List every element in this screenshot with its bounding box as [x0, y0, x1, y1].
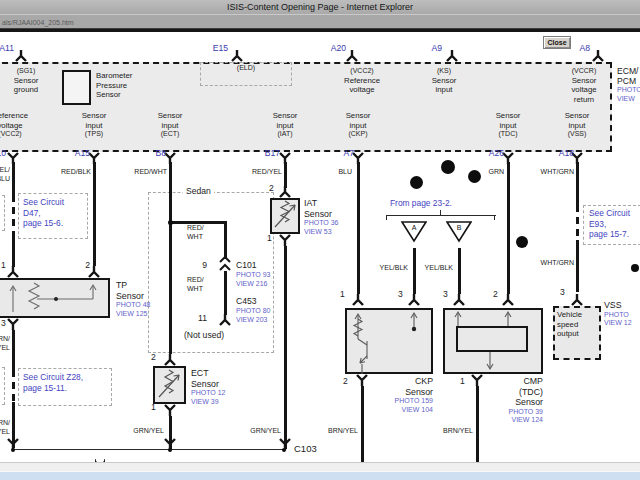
label-pin-a15-line-0[interactable]: A15 [64, 148, 90, 158]
label-c453-photo-line-0[interactable]: PHOTO 80 [236, 307, 271, 316]
edge-fragment-1 [0, 195, 5, 231]
label-note-d47-line-2[interactable]: page 15-6. [23, 218, 64, 229]
label-note-e93-line-2[interactable]: page 15-7. [589, 229, 630, 240]
label-note-z28-line-1[interactable]: page 15-11. [23, 383, 83, 394]
label-sedan: Sedan [183, 186, 214, 196]
label-wc-grnyel-3: GRN/YEL [116, 427, 164, 436]
label-pin-a10-line-0[interactable]: A10 [0, 148, 6, 158]
label-ecm-pcm-line-3[interactable]: VIEW [617, 95, 640, 104]
connector-pin-tp-pin3 [7, 318, 19, 330]
label-iat-sensor-line-2[interactable]: PHOTO 36 [304, 219, 339, 228]
label-pin-a9-line-0[interactable]: A9 [420, 43, 442, 53]
label-c453: C453 [236, 296, 257, 306]
tp-wire-dash [12, 195, 15, 237]
label-pin-a26: A26 [478, 148, 504, 158]
label-pin-b17: B17 [254, 148, 280, 158]
ckp-transistor-symbol [345, 308, 433, 378]
label-ect-1: 1 [151, 402, 156, 412]
label-pin-e15-line-0[interactable]: E15 [202, 43, 228, 53]
label-ect-sensor: ECTSensorPHOTO 12VIEW 39 [191, 368, 226, 406]
label-iat-sensor-line-0: IAT [304, 198, 339, 209]
label-wc-redblk-line-0: RED/BLK [43, 168, 91, 177]
label-vccr-line-0: (VCCR) [556, 67, 612, 76]
branch-triangle-b: B [446, 221, 472, 247]
label-iat-sensor-line-3[interactable]: VIEW 53 [304, 228, 339, 237]
bottom-blue-strip [0, 471, 640, 480]
label-c103: C103 [294, 443, 317, 454]
label-input-iat-line-0: Sensor [256, 111, 314, 121]
connector-pin-a11 [15, 50, 27, 62]
label-input-tdc-line-2: (TDC) [479, 130, 537, 139]
label-tp-1: 1 [1, 260, 6, 270]
label-c453-line-0: C453 [236, 296, 257, 306]
label-ect-sensor-line-3[interactable]: VIEW 39 [191, 398, 226, 407]
label-tp-sensor-line-0: TP [116, 280, 151, 291]
label-pin-a15: A15 [64, 148, 90, 158]
label-vehicle-speed-line-2: output [557, 329, 582, 339]
label-pin-a7-line-0[interactable]: A7 [332, 148, 354, 158]
label-pin-9-line-0: 9 [191, 260, 207, 270]
branch-triangle-a: A [401, 221, 427, 247]
label-input-tdc: Sensorinput(TDC) [479, 111, 537, 139]
connector-pin-a8 [592, 50, 604, 62]
label-note-d47-line-0[interactable]: See Circuit [23, 197, 64, 208]
label-input-tdc-line-0: Sensor [479, 111, 537, 121]
label-cmp-2: 2 [493, 289, 498, 299]
label-input-ect-line-1: input [141, 121, 199, 131]
close-button[interactable]: Close [543, 36, 571, 49]
label-iat-sensor-line-1: Sensor [304, 209, 339, 220]
label-wc-brnyel-1-line-0: BRN/YEL [310, 427, 358, 436]
label-ckp-sensor-line-3[interactable]: VIEW 104 [360, 406, 433, 415]
label-pin-a18-line-0[interactable]: A18 [548, 148, 574, 158]
label-cmp-sensor-line-2: Sensor [470, 397, 543, 408]
label-pin-a11-line-0[interactable]: A11 [0, 43, 14, 53]
label-vss-sensor-line-2[interactable]: VIEW 12 [604, 319, 632, 328]
a18-wire-b [576, 240, 579, 292]
label-ckp-sensor-line-1: Sensor [360, 387, 433, 398]
label-note-frompage-line-0[interactable]: From page 23-2. [390, 198, 452, 209]
label-wc-whtgrn-2-line-0: WHT/GRN [524, 259, 574, 268]
label-c453-view-line-0[interactable]: VIEW 203 [236, 316, 268, 325]
label-wc-grnyel-4-line-0: GRN/YEL [233, 427, 281, 436]
label-c453-view: VIEW 203 [236, 316, 268, 325]
label-cmp-sensor-line-4[interactable]: VIEW 124 [470, 416, 543, 425]
connector-pin-a20 [346, 50, 358, 62]
label-tp-3-line-0: 3 [1, 318, 6, 328]
branch-v2-wire [224, 271, 227, 315]
label-note-d47-line-1[interactable]: D47, [23, 208, 64, 219]
label-pin-a26-line-0[interactable]: A26 [478, 148, 504, 158]
label-ks-line-1: Sensor [414, 76, 474, 86]
label-pin-a20-line-0[interactable]: A20 [318, 43, 346, 53]
c103-dot-2 [168, 448, 173, 453]
label-vss-sensor-line-1[interactable]: PHOTO [604, 311, 632, 320]
label-wc-blu-line-0: BLU [324, 168, 352, 177]
label-ckp-sensor-line-2[interactable]: PHOTO 159 [360, 397, 433, 406]
label-ckp-sensor-line-0: CKP [360, 376, 433, 387]
label-tp-sensor-line-3[interactable]: VIEW 125 [116, 310, 151, 319]
label-note-z28: See Circuit Z28,page 15-11. [23, 372, 83, 393]
label-wc-grnyel-1: GRN/YEL [0, 335, 10, 352]
c103-dot-3 [282, 448, 287, 453]
label-input-iat-line-1: input [256, 121, 314, 131]
label-note-e93-line-0[interactable]: See Circuit [589, 208, 630, 219]
iat-wire-a [284, 162, 287, 188]
label-c101-view-line-0[interactable]: VIEW 216 [236, 280, 268, 289]
label-note-z28-line-0[interactable]: See Circuit Z28, [23, 372, 83, 383]
label-wc-brnyel-1: BRN/YEL [310, 427, 358, 436]
label-ks-line-0: (KS) [414, 67, 474, 76]
label-pin-b8: B8 [146, 148, 166, 158]
label-c101-photo-line-0[interactable]: PHOTO 93 [236, 271, 271, 280]
label-cmp-sensor-line-3[interactable]: PHOTO 39 [470, 408, 543, 417]
bracket-tick-left [386, 215, 387, 220]
label-pin-b17-line-0[interactable]: B17 [254, 148, 280, 158]
label-ect-sensor-line-2[interactable]: PHOTO 12 [191, 389, 226, 398]
label-wc-whtgrn-2: WHT/GRN [524, 259, 574, 268]
label-ecm-pcm-line-2[interactable]: PHOTO [617, 86, 640, 95]
label-eld: (ELD) [200, 64, 292, 73]
label-pin-b8-line-0[interactable]: B8 [146, 148, 166, 158]
connector-pin-b17 [279, 152, 291, 164]
label-c103-line-0: C103 [294, 443, 317, 454]
label-tp-sensor-line-2[interactable]: PHOTO 48 [116, 301, 151, 310]
label-note-e93-line-1[interactable]: E93, [589, 219, 630, 230]
label-input-ckp-line-0: Sensor [329, 111, 387, 121]
